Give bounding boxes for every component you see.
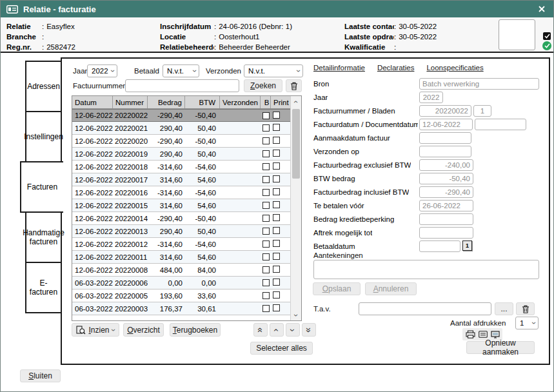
verzonden-select[interactable]: N.v.t. › — [244, 64, 303, 77]
close-icon[interactable] — [536, 3, 548, 15]
print-checkbox[interactable] — [273, 188, 280, 195]
calendar-icon[interactable]: 1 — [462, 240, 472, 251]
b-checkbox[interactable] — [262, 137, 270, 144]
invoice-row[interactable]: 12-06-202220220014-290,40-50,40 — [72, 212, 301, 225]
scrollbar-thumb[interactable] — [292, 109, 300, 179]
print-checkbox[interactable] — [273, 304, 280, 311]
email-icon[interactable] — [479, 331, 488, 338]
b-checkbox[interactable] — [262, 202, 270, 209]
sidebar-tab-handmatige-facturen[interactable]: Handmatige facturen — [25, 211, 62, 263]
zoeken-button[interactable]: Zoeken — [244, 79, 282, 92]
b-checkbox[interactable] — [262, 279, 270, 286]
invoice-row[interactable]: 12-06-202220220015314,6054,60 — [72, 199, 301, 212]
previous-record-button[interactable]: ‹ — [270, 323, 284, 337]
print-checkbox[interactable] — [273, 175, 280, 182]
next-record-button[interactable]: › — [286, 323, 300, 337]
column-header-btw[interactable]: BTW — [185, 96, 220, 108]
print-checkbox[interactable] — [273, 240, 280, 247]
b-checkbox[interactable] — [262, 124, 270, 132]
print-checkbox[interactable] — [273, 279, 280, 286]
invoice-row[interactable]: 12-06-202220220022-290,40-50,40 — [72, 109, 301, 122]
invoice-row[interactable]: 12-06-202220220008484,0084,00 — [72, 264, 301, 277]
jaar-select[interactable]: 2022 › — [87, 64, 117, 77]
clear-filter-trash-button[interactable] — [286, 79, 302, 92]
invoice-row[interactable]: 06-03-2022202200060,000,00 — [72, 277, 301, 289]
table-scrollbar[interactable]: ‹ › — [290, 96, 301, 320]
tav-browse-button[interactable]: ... — [495, 302, 513, 315]
column-header-bedrag[interactable]: Bedrag — [148, 96, 185, 108]
column-header-nummer[interactable]: Nummer — [113, 96, 148, 108]
detail-input[interactable] — [419, 240, 460, 252]
invoice-row[interactable]: 12-06-202220220021290,4050,40 — [72, 122, 301, 135]
invoice-row[interactable]: 12-06-202220220013290,4050,40 — [72, 225, 301, 238]
b-checkbox[interactable] — [262, 253, 270, 260]
invoice-row[interactable]: 12-06-202220220011314,6054,60 — [72, 251, 301, 264]
detail-input[interactable] — [475, 119, 526, 130]
print-checkbox[interactable] — [273, 214, 280, 221]
invoice-row[interactable]: 06-03-202220220003176,3730,61 — [72, 302, 301, 315]
overzicht-button[interactable]: Overzicht — [123, 323, 164, 337]
column-header-b[interactable]: B — [261, 96, 271, 108]
tav-trash-button[interactable] — [516, 302, 535, 315]
scroll-up-icon[interactable]: ‹ — [291, 96, 301, 107]
b-checkbox[interactable] — [262, 292, 270, 299]
detail-input[interactable] — [419, 227, 473, 239]
inzien-button[interactable]: Inzien › — [72, 323, 119, 337]
print-checkbox[interactable] — [273, 201, 280, 208]
detail-input[interactable] — [419, 213, 473, 225]
sidebar-tab-facturen[interactable]: Facturen — [20, 161, 63, 213]
tab-loonspecificaties[interactable]: Loonspecificaties — [426, 64, 483, 72]
betaald-select[interactable]: N.v.t. › — [163, 64, 199, 77]
column-header-verzonden[interactable]: Verzonden — [220, 96, 261, 108]
print-checkbox[interactable] — [273, 253, 280, 260]
invoice-row[interactable]: 12-06-202220220019290,4050,40 — [72, 148, 301, 161]
invoice-row[interactable]: 12-06-202220220017314,6054,60 — [72, 173, 301, 186]
column-header-print[interactable]: Print — [271, 96, 291, 108]
b-checkbox[interactable] — [262, 215, 270, 222]
print-checkbox[interactable] — [273, 150, 280, 157]
opnieuw-aanmaken-button[interactable]: Opnieuw aanmaken — [466, 341, 535, 354]
last-record-button[interactable]: » — [302, 323, 316, 337]
monitor-icon[interactable] — [491, 331, 500, 338]
b-checkbox[interactable] — [262, 228, 270, 235]
first-record-button[interactable]: « — [253, 323, 268, 337]
invoice-row[interactable]: 12-06-202220220016-314,60-54,60 — [72, 186, 301, 199]
b-checkbox[interactable] — [262, 189, 270, 196]
invoice-row[interactable]: 06-03-202220220005193,6033,60 — [72, 289, 301, 302]
factuurnummer-input[interactable] — [125, 79, 239, 92]
selecteer-alles-button[interactable]: Selecteer alles — [250, 342, 313, 355]
invoice-row[interactable]: 12-06-202220220020-290,40-50,40 — [72, 135, 301, 148]
invoice-row[interactable]: 12-06-202220220018-314,60-54,60 — [72, 161, 301, 173]
print-checkbox[interactable] — [273, 266, 280, 273]
print-checkbox[interactable] — [273, 124, 280, 131]
tab-detailinformatie[interactable]: Detailinformatie — [313, 64, 365, 72]
sluiten-button[interactable]: Sluiten — [20, 369, 61, 382]
sidebar-tab-adressen[interactable]: Adressen — [25, 61, 62, 112]
print-checkbox[interactable] — [273, 162, 280, 170]
tab-declaraties[interactable]: Declaraties — [377, 64, 415, 72]
sidebar-tab-instellingen[interactable]: Instellingen — [25, 111, 62, 162]
b-checkbox[interactable] — [262, 176, 270, 183]
sidebar-tab-e-facturen[interactable]: E-facturen — [25, 262, 62, 313]
b-checkbox[interactable] — [262, 240, 270, 248]
invoice-row[interactable]: 12-06-202220220012-314,60-54,60 — [72, 238, 301, 251]
print-checkbox[interactable] — [273, 112, 280, 119]
b-checkbox[interactable] — [262, 305, 270, 312]
printer-icon[interactable] — [466, 330, 475, 338]
terugboeken-button[interactable]: Terugboeken — [170, 323, 221, 337]
scroll-down-icon[interactable]: › — [291, 309, 301, 320]
b-checkbox[interactable] — [262, 266, 270, 273]
b-checkbox[interactable] — [262, 150, 270, 157]
b-checkbox[interactable] — [262, 163, 270, 170]
tav-input[interactable] — [359, 302, 491, 315]
print-checkbox[interactable] — [273, 291, 280, 299]
column-header-datum[interactable]: Datum — [72, 96, 113, 108]
aantekeningen-textarea[interactable] — [313, 260, 539, 279]
annuleren-button[interactable]: Annuleren — [365, 282, 417, 295]
print-checkbox[interactable] — [273, 227, 280, 234]
opslaan-button[interactable]: Opslaan — [313, 282, 361, 295]
aantal-afdrukken-select[interactable]: 1 › — [515, 317, 539, 329]
b-checkbox[interactable] — [262, 112, 270, 119]
black-checkbox-icon[interactable] — [543, 32, 551, 40]
print-checkbox[interactable] — [273, 137, 280, 144]
